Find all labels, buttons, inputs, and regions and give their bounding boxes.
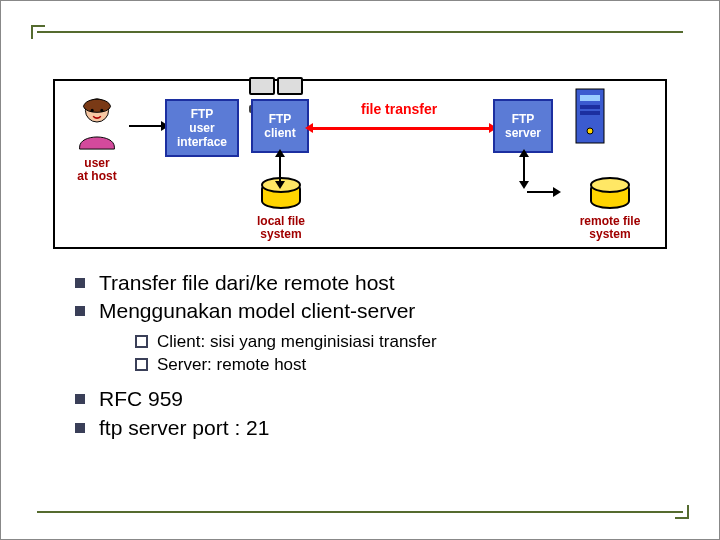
bullet-level2: Server: remote host — [135, 353, 659, 377]
ftp-client: FTPclient — [251, 99, 311, 153]
bullet-level1: ftp server port : 21 — [75, 414, 659, 442]
bullet-level1: RFC 959 — [75, 385, 659, 413]
ftp-server-box: FTPserver — [493, 99, 553, 153]
svg-rect-5 — [580, 105, 600, 109]
arrow-client-to-localfs — [279, 157, 281, 181]
bullet-text: Transfer file dari/ke remote host — [99, 271, 395, 294]
local-fs-label: local filesystem — [231, 215, 331, 241]
remote-fs-label: remote filesystem — [555, 215, 665, 241]
svg-point-2 — [100, 109, 103, 112]
svg-point-1 — [91, 109, 94, 112]
person-icon — [68, 93, 126, 151]
svg-point-7 — [587, 128, 593, 134]
bottom-rule — [37, 511, 683, 513]
ftp-client-box: FTPclient — [251, 99, 309, 153]
bullet-text: Server: remote host — [157, 355, 306, 374]
arrow-file-transfer — [313, 127, 489, 130]
bullet-text: Menggunakan model client-server — [99, 299, 415, 322]
disk-icon — [590, 181, 630, 209]
bullet-level2: Client: sisi yang menginisiasi transfer — [135, 330, 659, 354]
bullet-text: ftp server port : 21 — [99, 416, 269, 439]
remote-file-system: remote filesystem — [555, 181, 665, 241]
arrow-user-to-ui — [129, 125, 161, 127]
ftp-ui-box: FTPuserinterface — [165, 99, 239, 157]
slide-body: Transfer file dari/ke remote host Menggu… — [75, 269, 659, 442]
arrow-server-to-remotefs-2 — [527, 191, 553, 193]
top-rule — [37, 31, 683, 33]
remote-host-icon — [555, 87, 625, 151]
server-tower-icon — [569, 87, 611, 147]
slide: userat host FTPuserinterface FTPclient — [0, 0, 720, 540]
bullet-level1: Menggunakan model client-server Client: … — [75, 297, 659, 377]
user-at-host: userat host — [61, 93, 133, 183]
workstation-icon — [249, 77, 313, 101]
ftp-diagram: userat host FTPuserinterface FTPclient — [53, 79, 667, 249]
bullet-text: RFC 959 — [99, 387, 183, 410]
svg-rect-6 — [580, 111, 600, 115]
file-transfer-label: file transfer — [361, 101, 437, 117]
ftp-user-interface: FTPuserinterface — [165, 99, 239, 157]
corner-top-left — [31, 25, 45, 39]
corner-bottom-right — [675, 505, 689, 519]
bullet-level1: Transfer file dari/ke remote host — [75, 269, 659, 297]
arrow-server-to-remotefs-1 — [523, 157, 525, 181]
ftp-server: FTPserver — [493, 99, 555, 153]
bullet-text: Client: sisi yang menginisiasi transfer — [157, 332, 437, 351]
local-file-system: local filesystem — [231, 181, 331, 241]
user-label: userat host — [61, 157, 133, 183]
svg-rect-4 — [580, 95, 600, 101]
